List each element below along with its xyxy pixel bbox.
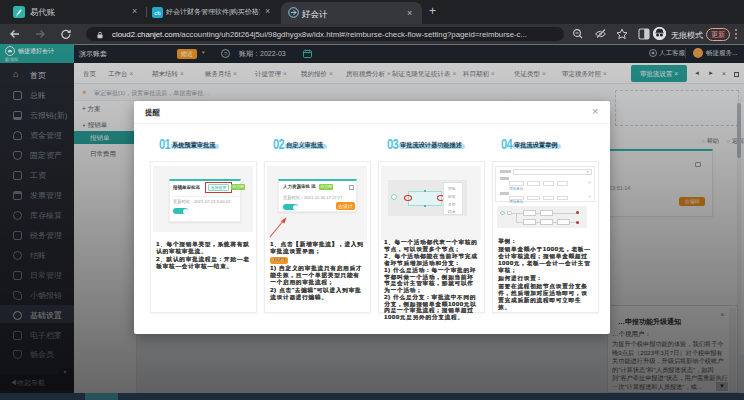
svg-text:cb: cb: [154, 10, 161, 16]
